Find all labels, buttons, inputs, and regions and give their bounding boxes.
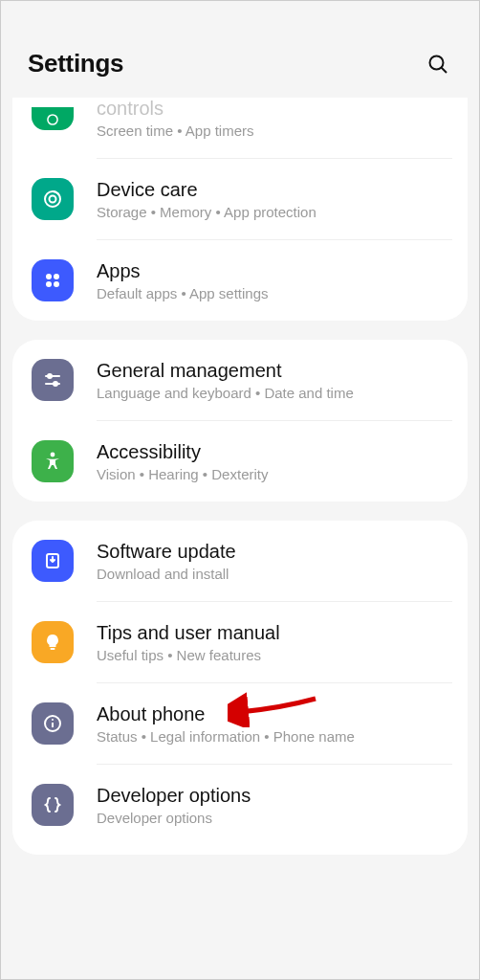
item-sub: Developer options [97, 810, 448, 826]
settings-item-developer-options[interactable]: Developer options Developer options [12, 765, 468, 855]
accessibility-icon [32, 440, 74, 482]
settings-item-general-management[interactable]: General management Language and keyboard… [12, 340, 468, 420]
svg-point-0 [430, 56, 444, 69]
svg-point-2 [48, 114, 57, 123]
settings-item-apps[interactable]: Apps Default apps • App settings [12, 240, 468, 321]
settings-item-about-phone[interactable]: About phone Status • Legal information •… [12, 683, 468, 764]
item-title: General management [97, 360, 448, 382]
item-title: Device care [97, 179, 448, 201]
svg-point-7 [46, 281, 52, 287]
device-care-icon [32, 178, 74, 220]
item-title: Developer options [97, 785, 448, 807]
item-title: Accessibility [97, 441, 448, 463]
item-sub: Vision • Hearing • Dexterity [97, 466, 448, 482]
item-sub: Storage • Memory • App protection [97, 204, 448, 220]
svg-point-4 [50, 196, 56, 203]
braces-icon [32, 784, 74, 826]
item-title: controls [97, 98, 448, 120]
item-title: Software update [97, 541, 448, 563]
item-sub: Status • Legal information • Phone name [97, 728, 448, 745]
settings-item-digital-wellbeing[interactable]: controls Screen time • App timers [12, 98, 468, 158]
settings-item-tips[interactable]: Tips and user manual Useful tips • New f… [12, 602, 468, 682]
apps-icon [32, 259, 74, 301]
svg-point-8 [54, 281, 59, 287]
svg-point-5 [46, 274, 52, 279]
svg-point-13 [51, 453, 55, 457]
settings-item-device-care[interactable]: Device care Storage • Memory • App prote… [12, 159, 468, 239]
item-title: Tips and user manual [97, 622, 448, 644]
settings-group: Software update Download and install Tip… [12, 521, 468, 855]
svg-line-1 [442, 67, 447, 73]
item-title: About phone [97, 703, 448, 725]
settings-item-software-update[interactable]: Software update Download and install [12, 521, 468, 601]
settings-group: General management Language and keyboard… [12, 340, 468, 501]
sliders-icon [32, 359, 74, 401]
download-icon [32, 540, 74, 582]
item-sub: Screen time • App timers [97, 122, 448, 139]
search-icon [426, 53, 449, 76]
search-button[interactable] [424, 50, 452, 78]
item-sub: Useful tips • New features [97, 647, 448, 663]
wellbeing-icon [32, 107, 74, 130]
svg-point-18 [52, 719, 54, 721]
header: Settings [1, 1, 479, 98]
page-title: Settings [28, 49, 123, 78]
lightbulb-icon [32, 621, 74, 663]
svg-rect-15 [51, 648, 55, 650]
info-icon [32, 702, 74, 745]
svg-point-10 [48, 374, 52, 378]
item-sub: Default apps • App settings [97, 285, 448, 301]
item-sub: Language and keyboard • Date and time [97, 385, 448, 401]
svg-point-12 [54, 382, 57, 386]
item-sub: Download and install [97, 566, 448, 582]
svg-point-6 [54, 274, 59, 279]
item-title: Apps [97, 260, 448, 282]
settings-item-accessibility[interactable]: Accessibility Vision • Hearing • Dexteri… [12, 421, 468, 501]
settings-group: controls Screen time • App timers Device… [12, 98, 468, 321]
